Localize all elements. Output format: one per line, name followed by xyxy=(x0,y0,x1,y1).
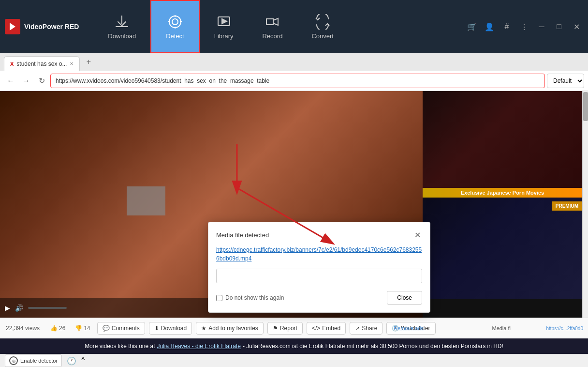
modal-title: Media file detected xyxy=(216,231,269,239)
content-area: ▶ 🔊 Exclusive Japanese Porn Movies PREMI… xyxy=(0,91,588,318)
report-icon: ⚑ xyxy=(273,325,278,332)
minimize-button[interactable]: ─ xyxy=(535,20,548,33)
titlebar-controls: 🛒 👤 # ⋮ ─ □ ✕ xyxy=(465,20,583,33)
refresh-button[interactable]: ↻ xyxy=(35,74,48,88)
ad-text-after: - JuliaReaves.com ist die Erotik Flatrat… xyxy=(243,343,503,350)
nav-convert-button[interactable]: Convert xyxy=(297,0,348,53)
modal-dialog: Media file detected ✕ https://cdnegc.tra… xyxy=(208,222,430,313)
comments-button[interactable]: 💬 Comments xyxy=(97,322,145,335)
ad-banner: More videos like this one at Julia Reave… xyxy=(0,338,588,354)
sidebar-ads: Exclusive Japanese Porn Movies PREMIUM xyxy=(423,91,582,318)
scrollbar[interactable] xyxy=(582,91,588,318)
modal-footer: Do not show this again Close xyxy=(216,291,422,305)
region-select[interactable]: Default xyxy=(547,74,584,88)
tab-row: X student has sex o... ✕ + xyxy=(0,53,588,71)
share-button[interactable]: ↗ Share xyxy=(350,322,382,335)
ad-top-image: Exclusive Japanese Porn Movies xyxy=(423,91,582,198)
app-logo: VideoPower RED xyxy=(5,19,79,34)
remove-ads-link[interactable]: Remove ads xyxy=(394,325,424,331)
nav-library-button[interactable]: Library xyxy=(200,0,248,53)
detector-label: Enable detector xyxy=(20,358,58,364)
thumb-up-icon: 👍 xyxy=(50,325,58,332)
close-button[interactable]: ✕ xyxy=(570,20,583,33)
do-not-show-label: Do not show this again xyxy=(225,294,284,301)
forward-button[interactable]: → xyxy=(19,74,33,88)
cart-button[interactable]: 🛒 xyxy=(465,20,479,33)
dislike-button[interactable]: 👎 14 xyxy=(72,323,93,333)
enable-detector-button[interactable]: ◎ Enable detector xyxy=(5,354,62,367)
status-bar: ◎ Enable detector 🕐 ^ xyxy=(0,354,588,367)
premium-badge: PREMIUM xyxy=(552,201,582,211)
add-favorites-button[interactable]: ★ Add to my favorites xyxy=(196,322,264,335)
maximize-button[interactable]: □ xyxy=(552,20,566,33)
account-button[interactable]: 👤 xyxy=(483,20,496,33)
ad-banner-link[interactable]: Julia Reaves - die Erotik Flatrate xyxy=(157,343,241,350)
do-not-show-input[interactable] xyxy=(216,295,222,301)
nav-detect-button[interactable]: Detect xyxy=(150,0,200,53)
tab-favicon: X xyxy=(10,61,14,67)
ad-top-label: Exclusive Japanese Porn Movies xyxy=(423,188,582,198)
browser-tab[interactable]: X student has sex o... ✕ xyxy=(4,56,80,71)
app-name: VideoPower RED xyxy=(24,23,79,31)
scrollbar-thumb[interactable] xyxy=(583,92,588,121)
volume-button[interactable]: 🔊 xyxy=(15,304,23,312)
url-bar[interactable] xyxy=(50,74,545,88)
do-not-show-checkbox[interactable]: Do not show this again xyxy=(216,294,284,301)
embed-icon: </> xyxy=(312,325,320,332)
svg-marker-4 xyxy=(222,19,227,24)
svg-point-1 xyxy=(169,16,181,28)
titlebar: VideoPower RED Download Detect xyxy=(0,0,588,53)
ad-bottom[interactable]: PREMIUM xyxy=(423,198,582,299)
play-button[interactable]: ▶ xyxy=(5,304,10,312)
svg-point-2 xyxy=(172,19,178,25)
chevron-up-icon[interactable]: ^ xyxy=(81,356,85,365)
download-button[interactable]: ⬇ Download xyxy=(149,322,192,335)
progress-bar[interactable] xyxy=(28,307,67,309)
media-fi-label: Media fi xyxy=(492,325,511,331)
media-url-small: https://c...2ffa0d0 xyxy=(546,326,583,331)
thumb-down-icon: 👎 xyxy=(75,325,82,332)
svg-marker-0 xyxy=(10,23,15,31)
share-icon: ↗ xyxy=(355,325,360,332)
report-button[interactable]: ⚑ Report xyxy=(267,322,303,335)
ad-bottom-image: PREMIUM xyxy=(423,198,582,299)
views-count: 22,394 views xyxy=(6,325,40,332)
main-area: ▶ 🔊 Exclusive Japanese Porn Movies PREMI… xyxy=(0,91,588,367)
new-tab-button[interactable]: + xyxy=(82,55,95,69)
modal-header: Media file detected ✕ xyxy=(216,230,422,240)
app-logo-icon xyxy=(5,19,20,34)
action-bar: 22,394 views 👍 26 👎 14 💬 Comments ⬇ Down… xyxy=(0,318,588,338)
menu-button[interactable]: ⋮ xyxy=(517,20,531,33)
tab-title: student has sex o... xyxy=(16,61,67,67)
dislike-count: 14 xyxy=(84,325,90,332)
nav-download-button[interactable]: Download xyxy=(93,0,150,53)
back-button[interactable]: ← xyxy=(4,74,17,88)
grid-button[interactable]: # xyxy=(500,20,514,33)
modal-input-field[interactable] xyxy=(216,269,422,283)
comment-icon: 💬 xyxy=(103,325,110,332)
modal-media-link[interactable]: https://cdnegc.trafficfactory.biz/banner… xyxy=(216,245,422,263)
tab-close-icon[interactable]: ✕ xyxy=(70,61,74,66)
favorites-icon: ★ xyxy=(201,325,206,332)
ad-top[interactable]: Exclusive Japanese Porn Movies xyxy=(423,91,582,198)
modal-close-button[interactable]: Close xyxy=(387,291,422,305)
download-icon: ⬇ xyxy=(154,325,159,332)
embed-button[interactable]: </> Embed xyxy=(307,322,346,335)
nav-row: ← → ↻ Default xyxy=(0,71,588,91)
like-button[interactable]: 👍 26 xyxy=(47,323,68,333)
nav-buttons: Download Detect Library Record xyxy=(93,0,465,53)
ad-text-before: More videos like this one at xyxy=(85,343,155,350)
clock-icon-status: 🕐 xyxy=(67,356,76,366)
like-count: 26 xyxy=(59,325,65,332)
nav-record-button[interactable]: Record xyxy=(248,0,297,53)
detector-icon: ◎ xyxy=(9,356,18,365)
modal-close-icon[interactable]: ✕ xyxy=(412,230,422,240)
